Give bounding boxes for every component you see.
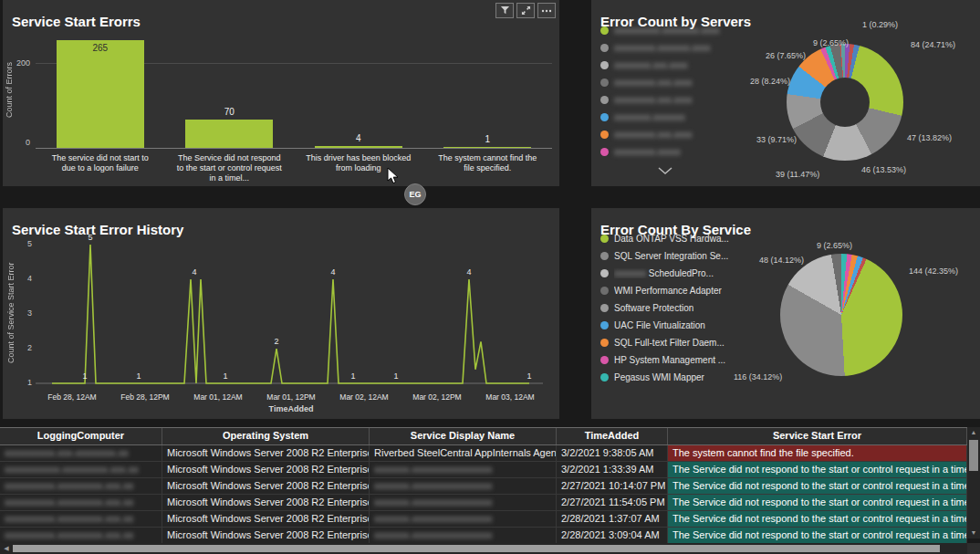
column-header-time-added[interactable]: TimeAdded: [557, 428, 668, 444]
scroll-left-icon[interactable]: ◀: [0, 543, 13, 554]
legend-item[interactable]: SQL Full-text Filter Daem...: [600, 334, 751, 351]
column-header-logging-computer[interactable]: LoggingComputer: [0, 428, 162, 444]
expand-chevron-down-icon[interactable]: [657, 162, 673, 179]
legend-label: Data ONTAP VSS Hardwa...: [614, 234, 729, 244]
table-vertical-scrollbar[interactable]: ▲ ▼: [967, 427, 980, 538]
column-header-operating-system[interactable]: Operating System: [162, 428, 370, 444]
legend-dot: [600, 26, 609, 35]
vertical-scroll-thumb[interactable]: [969, 440, 978, 471]
legend-label: xxxxxxxxx.xxx.xxxx: [614, 95, 693, 105]
table-cell[interactable]: 3/2/2021 9:38:05 AM: [557, 445, 668, 461]
table-cell[interactable]: xxxxxxx.xxxxxxxxxxxxxxxx: [370, 478, 557, 494]
table-cell[interactable]: 2/28/2021 3:09:04 AM: [557, 528, 668, 543]
legend-item[interactable]: Data ONTAP VSS Hardwa...: [600, 230, 751, 247]
table-cell[interactable]: Microsoft Windows Server 2008 R2 Enterpr…: [162, 528, 370, 543]
legend-item[interactable]: Software Protection: [600, 299, 751, 317]
table-cell[interactable]: xxxxxxx.xxxxxxxxxxxxxxxx: [370, 528, 557, 543]
table-cell[interactable]: 2/27/2021 10:14:07 PM: [557, 478, 668, 494]
bar-value-label: 70: [165, 107, 295, 117]
table-cell[interactable]: The Service did not respond to the start…: [668, 462, 967, 477]
legend-item[interactable]: xxxxxxxxx.xxxxx: [600, 143, 751, 161]
x-tick-label: Feb 28, 12AM: [36, 392, 109, 402]
table-cell[interactable]: Riverbed SteelCentral AppInternals Agent: [370, 445, 557, 461]
bar-category-label: The service did not start to due to a lo…: [36, 153, 165, 183]
bar[interactable]: [315, 146, 402, 148]
filter-icon[interactable]: [495, 3, 514, 18]
legend-dot: [600, 269, 609, 277]
legend-item[interactable]: SQL Server Integration Se...: [600, 247, 751, 265]
table-cell[interactable]: Microsoft Windows Server 2008 R2 Enterpr…: [162, 478, 370, 494]
column-header-service-start-error[interactable]: Service Start Error: [668, 428, 967, 444]
table-cell[interactable]: The Service did not respond to the start…: [668, 495, 967, 510]
table-cell[interactable]: 2/27/2021 11:54:05 PM: [557, 495, 668, 510]
user-avatar[interactable]: EG: [404, 183, 426, 205]
panel-service-start-errors: Service Start Erorrs Count of Errors 200…: [3, 0, 559, 186]
table-cell[interactable]: The Service did not respond to the start…: [668, 528, 967, 543]
legend-item[interactable]: HP System Management ...: [600, 351, 751, 369]
horizontal-scroll-thumb[interactable]: [13, 545, 940, 552]
table-cell[interactable]: 2/28/2021 1:37:07 AM: [557, 511, 668, 527]
legend-item[interactable]: Pegasus WMI Mapper: [600, 369, 751, 386]
table-cell[interactable]: xxxxxxxxxx.xxx.xxxxxxxx.xx: [0, 445, 162, 461]
table-row[interactable]: xxxxxxxxxx.xxx.xxxxxxxx.xxMicrosoft Wind…: [0, 445, 967, 462]
bar-plot-area: 2657041: [36, 29, 552, 149]
table-cell[interactable]: xxxxxxx.xxxxxxxxxxxxxxxx: [370, 495, 557, 510]
dashboard: Service Start Erorrs Count of Errors 200…: [0, 0, 980, 554]
legend-dot: [600, 235, 609, 243]
table-cell[interactable]: 3/2/2021 1:33:39 AM: [557, 462, 668, 477]
focus-mode-icon[interactable]: [516, 3, 535, 18]
legend-dot: [600, 113, 609, 121]
bar[interactable]: [443, 147, 531, 148]
legend-item[interactable]: WMI Performance Adapter: [600, 282, 751, 299]
scroll-down-icon[interactable]: ▼: [967, 528, 980, 538]
legend-item[interactable]: xxxxxxxxx.xxx.xxxx: [600, 91, 751, 109]
horizontal-scrollbar[interactable]: ◀ ▶: [0, 543, 980, 554]
legend-label: Software Protection: [614, 303, 693, 313]
bar[interactable]: [185, 120, 273, 148]
table-row[interactable]: xxxxxxxxxxx.xxxxxxxxx.xxx.xxMicrosoft Wi…: [0, 462, 967, 478]
legend-label: SQL Server Integration Se...: [614, 251, 728, 261]
panel-title: Service Start Erorrs: [12, 14, 141, 29]
table-cell[interactable]: The Service did not respond to the start…: [668, 478, 967, 494]
legend-item[interactable]: xxxxxxxxx.xxx.xxxx: [600, 126, 751, 143]
legend-item[interactable]: xxxxxxxxx.xxxxxxx.xxxx: [600, 39, 751, 57]
bar[interactable]: [57, 40, 144, 148]
bar-value-label: 1: [423, 134, 553, 144]
legend-item[interactable]: xxxxxxxxxx.xxxxxxxx.xxxx: [600, 22, 751, 39]
table-cell[interactable]: xxxxxxxxxxx.xxxxxxxxx.xxx.xx: [0, 462, 162, 477]
slice-label: 46 (13.53%): [861, 165, 906, 174]
legend-dot: [600, 339, 609, 347]
column-header-service-display-name[interactable]: Service Display Name: [370, 428, 557, 444]
legend-item[interactable]: xxxxxxxx.xxxxxxx: [600, 109, 751, 126]
table-cell[interactable]: Microsoft Windows Server 2008 R2 Enterpr…: [162, 495, 370, 510]
table-cell[interactable]: Microsoft Windows Server 2008 R2 Enterpr…: [162, 445, 370, 461]
table-cell[interactable]: xxxxxxxxxx.xxxxxxxxx.xxx.xx: [0, 478, 162, 494]
y-tick-label: 0: [8, 138, 30, 147]
legend-item[interactable]: UAC File Virtualization: [600, 317, 751, 334]
x-axis-category-labels: The service did not start to due to a lo…: [36, 153, 552, 183]
table-cell[interactable]: xxxxxxxxxx.xxxxxxxxx.xxx.xx: [0, 495, 162, 510]
table-cell[interactable]: Microsoft Windows Server 2008 R2 Enterpr…: [162, 462, 370, 477]
legend-item[interactable]: xxxxxxxx.xxx.xxxx: [600, 57, 751, 74]
redacted-text: xxxxxxx.xxxxxxxxxxxxxxxx: [374, 513, 493, 524]
table-cell[interactable]: xxxxxxx.xxxxxxxxxxxxxxxx: [370, 511, 557, 527]
scroll-up-icon[interactable]: ▲: [967, 427, 980, 438]
table-row[interactable]: xxxxxxxxxx.xxxxxxxxx.xxx.xxMicrosoft Win…: [0, 495, 967, 511]
legend-item[interactable]: xxxxxxx ScheduledPro...: [600, 265, 751, 282]
table-row[interactable]: xxxxxxxxxx.xxxxxxxxx.xxx.xxMicrosoft Win…: [0, 511, 967, 528]
x-tick-label: Mar 01, 12PM: [255, 392, 328, 402]
service-pie-chart[interactable]: [780, 254, 902, 376]
more-options-icon[interactable]: [537, 3, 556, 18]
table-cell[interactable]: The system cannot find the file specifie…: [668, 445, 967, 461]
servers-donut-chart[interactable]: [787, 44, 903, 161]
table-cell[interactable]: xxxxxxxxxx.xxxxxxxxx.xxx.xx: [0, 511, 162, 527]
table-cell[interactable]: Microsoft Windows Server 2008 R2 Enterpr…: [162, 511, 370, 527]
legend-item[interactable]: xxxxxxxxx.xxx.xxxx: [600, 74, 751, 91]
table-cell[interactable]: xxxxxxx.xxxxxxxxxxxxxxxx: [370, 462, 557, 477]
table-row[interactable]: xxxxxxxxxx.xxxxxxxxx.xxx.xxMicrosoft Win…: [0, 528, 967, 544]
line-chart[interactable]: 15141241141: [36, 234, 547, 391]
table-cell[interactable]: The Service did not respond to the start…: [668, 511, 967, 527]
table-row[interactable]: xxxxxxxxxx.xxxxxxxxx.xxx.xxMicrosoft Win…: [0, 478, 967, 495]
table-cell[interactable]: xxxxxxxxxx.xxxxxxxxx.xxx.xx: [0, 528, 162, 543]
scrollbar-corner: [967, 543, 980, 554]
